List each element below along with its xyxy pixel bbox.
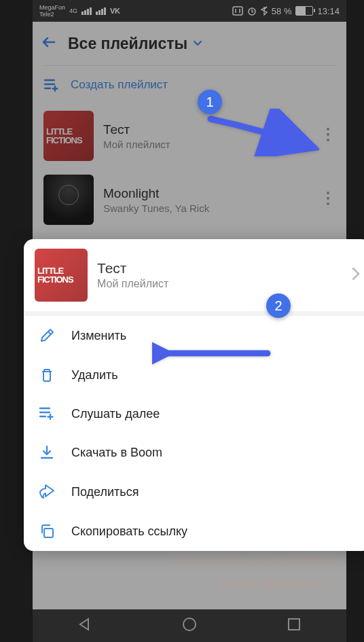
copy-icon	[37, 523, 56, 539]
menu-label: Изменить	[71, 329, 126, 343]
download-icon	[37, 444, 56, 461]
album-cover: LITTLE FICTIONS	[35, 249, 88, 302]
callout-badge-2: 2	[266, 293, 291, 318]
nav-home-button[interactable]	[182, 617, 197, 635]
menu-play-next[interactable]: Слушать далее	[24, 395, 364, 433]
trash-icon	[37, 367, 56, 383]
menu-label: Скопировать ссылку	[71, 524, 187, 539]
share-icon	[37, 484, 56, 500]
context-menu-sheet: LITTLE FICTIONS Тест Мой плейлист Измени…	[24, 239, 364, 551]
menu-label: Скачать в Boom	[71, 446, 162, 460]
queue-icon	[37, 406, 56, 421]
nav-back-button[interactable]	[78, 618, 92, 634]
menu-label: Удалить	[71, 368, 118, 382]
callout-badge-1: 1	[198, 90, 222, 114]
pencil-icon	[37, 327, 56, 344]
menu-label: Слушать далее	[71, 407, 160, 421]
sheet-subtitle: Мой плейлист	[97, 278, 342, 290]
nav-recent-button[interactable]	[287, 618, 301, 634]
annotation-arrow-1	[204, 109, 319, 159]
menu-download[interactable]: Скачать в Boom	[24, 433, 364, 472]
menu-label: Поделиться	[71, 485, 139, 499]
sheet-header[interactable]: LITTLE FICTIONS Тест Мой плейлист	[24, 239, 364, 316]
menu-share[interactable]: Поделиться	[24, 472, 364, 512]
menu-copy-link[interactable]: Скопировать ссылку	[24, 512, 364, 551]
annotation-arrow-2	[152, 340, 274, 370]
chevron-right-icon	[352, 267, 360, 283]
sheet-title: Тест	[97, 260, 342, 277]
android-nav-bar	[33, 609, 346, 642]
svg-rect-10	[44, 529, 53, 537]
svg-rect-9	[289, 619, 299, 630]
svg-point-8	[183, 618, 196, 630]
